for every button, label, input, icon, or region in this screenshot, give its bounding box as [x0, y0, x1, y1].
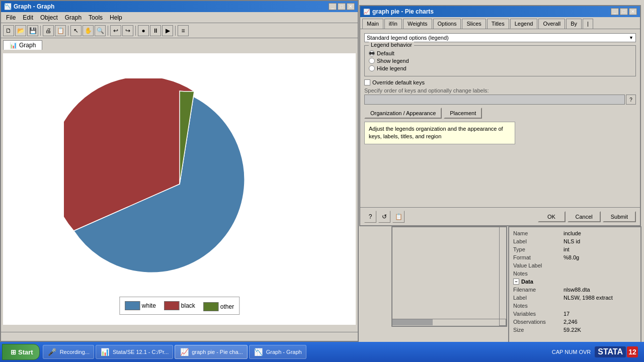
menu-file[interactable]: File [3, 13, 19, 22]
save-button[interactable]: 💾 [27, 25, 38, 36]
prop-key-filename: Filename [511, 286, 561, 294]
close-button[interactable]: ✕ [347, 3, 355, 10]
submit-button[interactable]: Submit [603, 211, 636, 222]
override-keys-checkbox[interactable] [364, 79, 370, 85]
legend-label-black: black [181, 302, 195, 309]
prop-row-filename: Filename nlsw88.dta [511, 286, 638, 294]
prop-key-datalabel: Label [511, 294, 561, 302]
radio-hide-legend[interactable] [369, 65, 375, 71]
dialog-tab-slices[interactable]: Slices [462, 19, 486, 29]
reset-icon-button[interactable]: ↺ [378, 211, 390, 223]
taskbar-graph-button[interactable]: 📉 Graph - Graph [249, 345, 306, 359]
graphpie-icon: 📈 [179, 347, 189, 357]
prop-key-format: Format [511, 253, 561, 261]
org-placement-buttons: Organization / Appearance Placement [364, 108, 636, 119]
radio-show-legend[interactable] [369, 58, 375, 64]
taskbar-recording-button[interactable]: 🎤 Recording... [43, 345, 94, 359]
prop-val-datalabel: NLSW, 1988 extract [561, 294, 638, 302]
next-button[interactable]: ▶ [162, 25, 173, 36]
dialog-tab-overall[interactable]: Overall [538, 19, 565, 29]
taskbar-right: CAP NUM OVR STATA 12 [548, 346, 642, 357]
prop-row-valuelabel: Value Label [511, 261, 638, 269]
radio-default[interactable] [369, 50, 375, 56]
prop-val-datanotes [561, 302, 638, 310]
legend-options-dropdown[interactable]: Standard legend options (legend) ▼ [364, 33, 636, 42]
drag-button[interactable]: ✋ [83, 25, 94, 36]
prop-val-valuelabel [561, 261, 638, 269]
variables-scrollbar-v[interactable] [499, 227, 506, 319]
taskbar-status: CAP NUM OVR [552, 349, 591, 355]
override-keys-row: Override default keys [364, 79, 636, 85]
start-icon: ⊞ [11, 348, 16, 356]
open-button[interactable]: 📂 [15, 25, 26, 36]
legend-label-white: white [142, 302, 156, 309]
toolbar-sep-3 [108, 26, 108, 36]
menu-object[interactable]: Object [37, 13, 61, 22]
taskbar-graphpie-button[interactable]: 📈 graph pie - Pie cha... [175, 345, 248, 359]
dialog-title-bar: 📈 graph pie - Pie charts _ □ ✕ [360, 6, 640, 17]
dialog-tab-legend[interactable]: Legend [510, 19, 538, 29]
cancel-button[interactable]: Cancel [568, 211, 601, 222]
undo-button[interactable]: ↩ [110, 25, 121, 36]
redo-button[interactable]: ↪ [122, 25, 133, 36]
menu-graph[interactable]: Graph [62, 13, 85, 22]
dialog-tab-ifin[interactable]: if/in [384, 19, 402, 29]
prop-val-format: %8.0g [561, 253, 638, 261]
minimize-button[interactable]: _ [329, 3, 337, 10]
dialog-tab-more[interactable]: | [583, 19, 593, 29]
help-icon-button[interactable]: ? [364, 211, 376, 223]
dialog-tab-titles[interactable]: Titles [487, 19, 509, 29]
zoom-button[interactable]: 🔍 [95, 25, 106, 36]
radio-hide-legend-label: Hide legend [377, 65, 407, 71]
copy-icon-button[interactable]: 📋 [392, 211, 405, 223]
menu-edit[interactable]: Edit [20, 13, 36, 22]
legend-options-value: Standard legend options (legend) [367, 35, 449, 41]
ok-button[interactable]: OK [538, 211, 566, 222]
select-button[interactable]: ↖ [70, 25, 82, 36]
dialog-tab-options[interactable]: Options [433, 19, 461, 29]
org-appearance-button[interactable]: Organization / Appearance [364, 108, 442, 119]
graph-tab[interactable]: 📊 Graph [3, 40, 42, 50]
specify-order-help-button[interactable]: ? [626, 95, 636, 105]
dialog-tab-by[interactable]: By [566, 19, 582, 29]
dialog-restore-button[interactable]: □ [620, 8, 628, 15]
print-button[interactable]: 🖨 [43, 25, 54, 36]
data-section-header: − Data [511, 278, 638, 286]
prop-row-notes: Notes [511, 269, 638, 278]
pause-button[interactable]: ⏸ [150, 25, 161, 36]
copy-button[interactable]: 📋 [55, 25, 66, 36]
placement-button[interactable]: Placement [444, 108, 482, 119]
taskbar-graph-label: Graph - Graph [266, 349, 302, 355]
radio-show-legend-row: Show legend [369, 58, 631, 64]
maximize-button[interactable]: □ [338, 3, 346, 10]
legend-behavior-group: Legend behavior Default Show legend Hide… [364, 45, 636, 76]
prop-key-valuelabel: Value Label [511, 261, 561, 269]
new-button[interactable]: 🗋 [3, 25, 14, 36]
legend-label-other: other [220, 303, 234, 310]
graph-title-bar: 📉 Graph - Graph _ □ ✕ [1, 1, 358, 12]
prop-key-datanotes: Notes [511, 302, 561, 310]
prop-key-type: Type [511, 245, 561, 253]
dialog-tab-weights[interactable]: Weights [403, 19, 432, 29]
start-button[interactable]: ⊞ Start [2, 344, 40, 360]
data-section-label: Data [521, 279, 533, 285]
hscroll-thumb[interactable] [392, 319, 433, 325]
legend-color-white [125, 301, 140, 310]
dialog-minimize-button[interactable]: _ [611, 8, 619, 15]
property-table-data: Filename nlsw88.dta Label NLSW, 1988 ext… [511, 286, 638, 334]
taskbar-stata-button[interactable]: 📊 Stata/SE 12.1 - C:/Pr... [96, 345, 173, 359]
menu-help[interactable]: Help [107, 13, 125, 22]
menu-tools[interactable]: Tools [86, 13, 106, 22]
play-button[interactable]: ● [138, 25, 149, 36]
specify-order-label: Specify order of keys and optionally cha… [364, 87, 636, 94]
prop-val-name: include [561, 229, 638, 237]
legend-color-other [203, 302, 218, 311]
data-expand-icon[interactable]: − [513, 279, 519, 285]
legend-color-black [164, 301, 179, 310]
dialog-tab-main[interactable]: Main [362, 19, 383, 29]
settings-button[interactable]: ≡ [178, 25, 189, 36]
specify-order-input[interactable] [364, 95, 625, 105]
prop-row-name: Name include [511, 229, 638, 237]
graph-tab-label: Graph [19, 42, 36, 49]
dialog-close-button[interactable]: ✕ [629, 8, 637, 15]
